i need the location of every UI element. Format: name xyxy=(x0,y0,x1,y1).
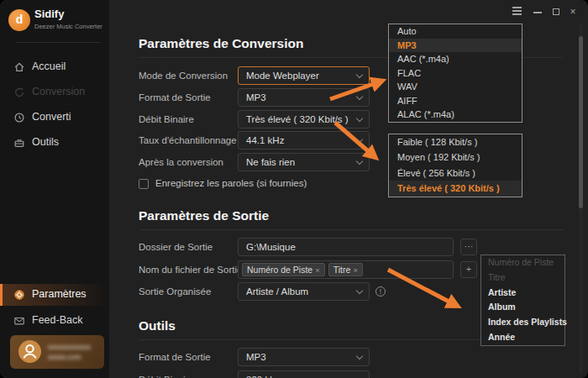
tag-label: Numéro de Piste xyxy=(247,265,312,275)
field-label: Format de Sortie xyxy=(139,92,211,102)
format-dropdown: Auto MP3 AAC (*.m4a) FLAC WAV AIFF ALAC … xyxy=(388,24,522,123)
section-title-output: Paramètres de Sortie xyxy=(139,208,269,223)
save-lyrics-checkbox[interactable] xyxy=(139,179,149,189)
gear-icon xyxy=(13,289,25,301)
dropdown-option-selected[interactable]: MP3 xyxy=(389,39,522,53)
after-conversion-select[interactable]: Ne fais rien xyxy=(238,153,370,171)
hamburger-icon xyxy=(510,7,523,15)
sidebar-item-conversion[interactable]: Conversion xyxy=(0,81,109,104)
app-window: d Sidify Deezer Music Converter Accueil … xyxy=(0,0,588,378)
select-value: Très élevé ( 320 Kbit/s ) xyxy=(246,114,349,124)
dropdown-option-disabled: Titre xyxy=(481,270,564,286)
sidebar-item-label: Feed-Back xyxy=(32,314,82,326)
field-label: Débit Binaire xyxy=(139,375,194,378)
select-value: 320 kbps xyxy=(246,375,286,378)
tools-format-select[interactable]: MP3 xyxy=(238,348,370,366)
sidebar-item-converti[interactable]: Converti xyxy=(0,106,109,129)
dropdown-option[interactable]: Album xyxy=(481,300,564,315)
select-value: MP3 xyxy=(246,92,266,102)
dropdown-option-selected[interactable]: Très élevé ( 320 Kbit/s ) xyxy=(389,181,522,196)
close-button[interactable]: × xyxy=(566,5,580,18)
plus-icon: + xyxy=(466,264,471,274)
dropdown-option[interactable]: AIFF xyxy=(389,94,522,108)
output-filename-input[interactable]: Numéro de Piste× Titre× xyxy=(238,260,454,279)
account-email-blurred: xxxxx.com xyxy=(48,353,81,361)
chevron-down-icon xyxy=(356,93,363,100)
sidebar-item-outils[interactable]: Outils xyxy=(0,131,109,155)
section-divider xyxy=(139,229,563,230)
sidebar-item-feedback[interactable]: Feed-Back xyxy=(0,310,109,332)
info-icon[interactable]: ! xyxy=(375,286,386,297)
organized-output-select[interactable]: Artiste / Album xyxy=(238,282,370,301)
tools-bitrate-select[interactable]: 320 kbps xyxy=(238,370,370,378)
app-name: Sidify xyxy=(34,8,64,20)
maximize-icon xyxy=(553,8,559,15)
dropdown-option[interactable]: FLAC xyxy=(389,66,522,81)
sidebar-item-label: Conversion xyxy=(32,86,85,97)
sidebar-item-label: Outils xyxy=(32,136,59,148)
app-subtitle: Deezer Music Converter xyxy=(34,23,102,30)
tag-remove-icon[interactable]: × xyxy=(315,265,320,275)
dropdown-option[interactable]: AAC (*.m4a) xyxy=(389,52,522,66)
output-format-select[interactable]: MP3 xyxy=(238,88,370,107)
tag-remove-icon[interactable]: × xyxy=(353,265,358,275)
account-email-blurred: xxxxxxxxxxxx xyxy=(48,343,91,351)
dropdown-option[interactable]: Auto xyxy=(389,24,522,39)
filename-tag[interactable]: Numéro de Piste× xyxy=(242,263,325,276)
sidebar: d Sidify Deezer Music Converter Accueil … xyxy=(0,0,109,378)
filename-tag-dropdown: Numéro de Piste Titre Artiste Album Inde… xyxy=(480,255,565,346)
chevron-down-icon xyxy=(356,71,363,78)
bitrate-dropdown: Faible ( 128 Kbit/s ) Moyen ( 192 Kbit/s… xyxy=(388,134,522,197)
chevron-down-icon xyxy=(356,353,363,360)
sidebar-divider xyxy=(17,42,101,43)
chevron-down-icon xyxy=(356,136,363,143)
field-label: Sortie Organisée xyxy=(139,286,211,297)
chevron-down-icon xyxy=(356,115,363,122)
section-title-tools: Outils xyxy=(139,318,176,333)
select-value: Mode Webplayer xyxy=(246,71,319,81)
dropdown-option[interactable]: Index des Playlists xyxy=(481,315,564,330)
sidify-logo-icon: d xyxy=(8,9,30,31)
samplerate-select[interactable]: 44.1 kHz xyxy=(238,131,370,150)
toolbox-icon xyxy=(13,137,25,149)
filename-tag[interactable]: Titre× xyxy=(328,263,363,276)
dropdown-option[interactable]: ALAC (*.m4a) xyxy=(389,108,522,122)
conversion-mode-select[interactable]: Mode Webplayer xyxy=(238,66,370,85)
browse-folder-button[interactable]: ··· xyxy=(460,239,477,255)
output-folder-input[interactable]: G:\Musique xyxy=(238,238,454,256)
maximize-button[interactable] xyxy=(549,5,563,18)
history-clock-icon xyxy=(13,112,25,123)
person-icon xyxy=(18,340,41,363)
ellipsis-icon: ··· xyxy=(465,241,474,251)
select-value: 44.1 kHz xyxy=(246,135,284,145)
home-icon xyxy=(13,61,25,73)
menu-button[interactable] xyxy=(510,5,523,18)
envelope-icon xyxy=(13,315,25,327)
dropdown-option[interactable]: Année xyxy=(481,330,564,345)
tag-label: Titre xyxy=(333,265,351,275)
field-label: Nom du fichier de Sortie xyxy=(139,265,242,275)
dropdown-option[interactable]: WAV xyxy=(389,80,522,94)
field-label: Taux d'échantillonnage xyxy=(139,135,237,145)
sidebar-item-accueil[interactable]: Accueil xyxy=(0,55,109,79)
dropdown-option[interactable]: Artiste xyxy=(481,286,564,301)
sidebar-item-parametres[interactable]: Paramètres xyxy=(0,284,109,306)
field-label: Débit Binaire xyxy=(139,114,194,124)
chevron-down-icon xyxy=(356,287,363,294)
dropdown-option[interactable]: Élevé ( 256 Kbit/s ) xyxy=(389,165,522,181)
select-value: Ne fais rien xyxy=(246,157,295,167)
dropdown-option[interactable]: Moyen ( 192 Kbit/s ) xyxy=(389,150,522,165)
field-label: Dossier de Sortie xyxy=(139,242,213,252)
select-value: MP3 xyxy=(246,352,266,362)
add-tag-button[interactable]: + xyxy=(460,261,477,278)
field-label: Mode de Conversion xyxy=(139,71,228,81)
minimize-button[interactable] xyxy=(531,5,544,18)
bitrate-select[interactable]: Très élevé ( 320 Kbit/s ) xyxy=(238,110,370,129)
dropdown-option[interactable]: Faible ( 128 Kbit/s ) xyxy=(389,134,522,150)
sidebar-item-label: Converti xyxy=(32,111,71,123)
section-title-conversion: Paramètres de Conversion xyxy=(139,36,303,51)
exclamation-glyph: ! xyxy=(380,287,381,296)
minimize-icon xyxy=(533,12,542,13)
scrollbar-thumb[interactable] xyxy=(579,36,583,208)
account-card[interactable]: xxxxxxxxxxxx xxxxx.com xyxy=(10,335,104,369)
